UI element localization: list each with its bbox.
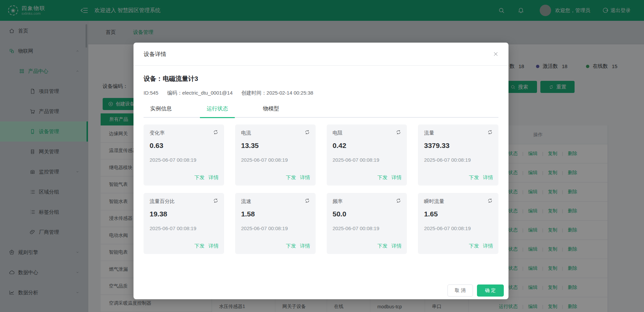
close-icon[interactable] <box>493 51 498 57</box>
refresh-icon[interactable] <box>304 198 310 204</box>
refresh-icon[interactable] <box>213 198 219 204</box>
metric-label: 电流 <box>241 130 310 136</box>
cancel-button[interactable]: 取 消 <box>447 284 473 297</box>
metric-action-详情[interactable]: 详情 <box>483 243 493 249</box>
metric-timestamp: 2025-06-07 00:08:19 <box>333 157 401 163</box>
metric-action-详情[interactable]: 详情 <box>209 243 219 249</box>
metric-card-流量: 流量3379.332025-06-07 00:08:19下发详情 <box>418 124 498 186</box>
metric-action-详情[interactable]: 详情 <box>300 243 310 249</box>
metric-action-下发[interactable]: 下发 <box>469 243 479 249</box>
metric-value: 13.35 <box>241 142 310 150</box>
metric-actions: 下发详情 <box>286 174 310 181</box>
metric-action-下发[interactable]: 下发 <box>377 174 387 181</box>
metric-actions: 下发详情 <box>195 243 219 249</box>
metric-value: 3379.33 <box>424 142 492 150</box>
refresh-icon[interactable] <box>395 129 401 135</box>
metric-actions: 下发详情 <box>469 243 493 249</box>
metric-action-详情[interactable]: 详情 <box>391 243 401 249</box>
device-id: ID:545 <box>144 90 158 96</box>
metric-card-流速: 流速1.582025-06-07 00:08:19下发详情 <box>235 193 316 254</box>
confirm-button[interactable]: 确 定 <box>477 284 504 297</box>
metric-action-下发[interactable]: 下发 <box>195 243 205 249</box>
metric-actions: 下发详情 <box>195 174 219 181</box>
metric-actions: 下发详情 <box>377 243 401 249</box>
metric-actions: 下发详情 <box>286 243 310 249</box>
modal-tab-物模型[interactable]: 物模型 <box>256 105 286 117</box>
metric-timestamp: 2025-06-07 00:08:19 <box>150 225 218 231</box>
app-root: ❀ 四象物联 sxlinks.com 欢迎进入 智慧园区管理系统 欢迎您，管理员… <box>0 0 644 312</box>
metric-action-下发[interactable]: 下发 <box>377 243 387 249</box>
refresh-icon[interactable] <box>213 129 219 135</box>
metric-card-流量百分比: 流量百分比19.382025-06-07 00:08:19下发详情 <box>144 193 224 254</box>
modal-tab-实例信息[interactable]: 实例信息 <box>144 105 178 117</box>
metric-timestamp: 2025-06-07 00:08:19 <box>424 225 492 231</box>
metric-value: 0.63 <box>150 142 218 150</box>
metric-label: 瞬时流量 <box>424 198 492 205</box>
metric-card-瞬时流量: 瞬时流量1.652025-06-07 00:08:19下发详情 <box>418 193 498 254</box>
metric-actions: 下发详情 <box>377 174 401 181</box>
device-meta: ID:545 编码：electric_dtu_0001@14 创建时间：2025… <box>144 90 498 96</box>
metric-label: 电阻 <box>333 130 401 136</box>
refresh-icon[interactable] <box>487 129 493 135</box>
metric-label: 频率 <box>333 198 401 205</box>
modal-title: 设备详情 <box>144 50 166 58</box>
modal-tab-运行状态[interactable]: 运行状态 <box>200 105 235 118</box>
metric-timestamp: 2025-06-07 00:08:19 <box>333 225 401 231</box>
metric-action-下发[interactable]: 下发 <box>469 174 479 181</box>
metric-card-电流: 电流13.352025-06-07 00:08:19下发详情 <box>235 124 316 186</box>
refresh-icon[interactable] <box>304 129 310 135</box>
metric-action-下发[interactable]: 下发 <box>286 174 296 181</box>
metric-action-详情[interactable]: 详情 <box>300 174 310 181</box>
metric-value: 19.38 <box>150 210 218 218</box>
metric-timestamp: 2025-06-07 00:08:19 <box>424 157 492 163</box>
metric-action-详情[interactable]: 详情 <box>209 174 219 181</box>
metric-timestamp: 2025-06-07 00:08:19 <box>241 157 310 163</box>
metric-label: 流量百分比 <box>150 198 218 205</box>
metric-action-详情[interactable]: 详情 <box>391 174 401 181</box>
metric-value: 1.65 <box>424 210 492 218</box>
metric-value: 1.58 <box>241 210 310 218</box>
metric-value: 0.42 <box>333 142 401 150</box>
metric-card-电阻: 电阻0.422025-06-07 00:08:19下发详情 <box>327 124 407 186</box>
metric-card-频率: 频率50.02025-06-07 00:08:19下发详情 <box>327 193 407 254</box>
metric-value: 50.0 <box>333 210 401 218</box>
refresh-icon[interactable] <box>487 198 493 204</box>
metric-label: 变化率 <box>150 130 218 136</box>
metric-actions: 下发详情 <box>469 174 493 181</box>
metric-label: 流速 <box>241 198 310 205</box>
metric-card-变化率: 变化率0.632025-06-07 00:08:19下发详情 <box>144 124 224 186</box>
metric-timestamp: 2025-06-07 00:08:19 <box>241 225 310 231</box>
device-created: 创建时间：2025-02-14 00:25:38 <box>241 90 313 96</box>
metric-action-下发[interactable]: 下发 <box>195 174 205 181</box>
metric-label: 流量 <box>424 130 492 136</box>
device-detail-modal: 设备详情 设备：电磁流量计3 ID:545 编码：electric_dtu_00… <box>133 43 508 299</box>
refresh-icon[interactable] <box>395 198 401 204</box>
device-title: 设备：电磁流量计3 <box>144 74 498 83</box>
metric-action-详情[interactable]: 详情 <box>483 174 493 181</box>
device-code: 编码：electric_dtu_0001@14 <box>167 90 232 96</box>
metric-timestamp: 2025-06-07 00:08:19 <box>150 157 218 163</box>
metric-action-下发[interactable]: 下发 <box>286 243 296 249</box>
